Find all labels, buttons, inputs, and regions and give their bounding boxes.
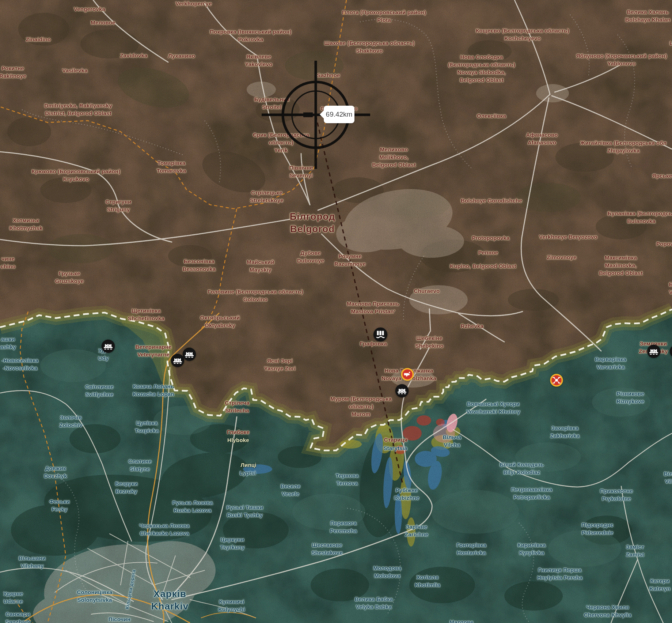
map-canvas <box>0 0 672 623</box>
fire-icon[interactable] <box>401 368 414 381</box>
bridge-icon[interactable] <box>182 347 196 361</box>
distance-value: 69.42km <box>326 110 353 118</box>
dam-icon[interactable] <box>373 327 388 342</box>
drone-icon[interactable] <box>550 374 563 387</box>
bridge-icon[interactable] <box>669 344 672 358</box>
bridge-icon[interactable] <box>395 384 409 398</box>
war-map[interactable]: 69.42km VengerovkaМеловоеVerkhopen'yeZin… <box>0 0 672 623</box>
distance-tooltip: 69.42km <box>324 106 354 123</box>
bridge-icon[interactable] <box>101 339 115 353</box>
bridge-icon[interactable] <box>647 344 661 358</box>
noise-overlay <box>0 0 672 623</box>
